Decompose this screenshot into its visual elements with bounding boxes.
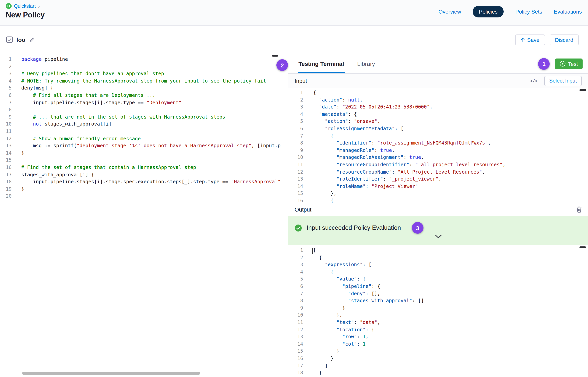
page-header: Quickstart › New Policy Overview Policie… xyxy=(0,0,588,25)
output-editor-wrap: 12345678910111213141516171819 [ { "expre… xyxy=(288,245,588,377)
nav-evaluations[interactable]: Evaluations xyxy=(554,9,582,15)
input-editor-line-numbers: 12345678910111213141516 xyxy=(288,89,303,203)
output-editor-line-numbers: 12345678910111213141516171819 xyxy=(288,247,303,377)
input-json-editor[interactable]: 12345678910111213141516 { "action": null… xyxy=(288,88,588,203)
top-navigation: Overview Policies Policy Sets Evaluation… xyxy=(439,6,582,17)
editor-scroll-marker[interactable] xyxy=(272,55,278,57)
harness-logo-icon xyxy=(6,3,11,9)
test-button-label: Test xyxy=(568,61,578,67)
play-circle-icon xyxy=(560,61,566,67)
test-button[interactable]: Test xyxy=(555,58,583,69)
text-cursor xyxy=(312,248,313,254)
policy-editor-pane: 1234567891011121314151617181920 package … xyxy=(0,54,288,377)
main-content: 1234567891011121314151617181920 package … xyxy=(0,54,588,377)
horizontal-scrollbar[interactable] xyxy=(22,372,200,375)
output-scroll-marker[interactable] xyxy=(579,247,586,248)
output-section-header: Output xyxy=(288,203,588,216)
input-section-title: Input xyxy=(294,78,307,84)
edit-pencil-icon[interactable] xyxy=(29,37,35,42)
annotation-badge-3: 3 xyxy=(412,222,423,234)
code-view-icon[interactable]: </> xyxy=(530,78,537,83)
arrow-up-icon xyxy=(520,37,525,42)
input-scroll-marker[interactable] xyxy=(579,89,586,91)
output-editor-code[interactable]: [ { "expressions": [ { "value": { "pipel… xyxy=(303,247,588,377)
success-check-icon xyxy=(294,224,302,232)
input-editor-wrap: 12345678910111213141516 { "action": null… xyxy=(288,88,588,203)
trash-icon[interactable] xyxy=(577,206,582,212)
input-section-header: Input </> Select Input xyxy=(288,74,588,88)
output-section-title: Output xyxy=(294,206,311,212)
nav-policy-sets[interactable]: Policy Sets xyxy=(515,9,542,15)
panel-tab-bar: Testing Terminal Library 1 Test xyxy=(288,54,588,74)
breadcrumb-project-link[interactable]: Quickstart xyxy=(14,3,36,9)
testing-panel: 2 Testing Terminal Library 1 Test Input xyxy=(288,54,588,377)
policy-editor-line-numbers: 1234567891011121314151617181920 xyxy=(0,56,11,200)
nav-policies-active[interactable]: Policies xyxy=(473,6,504,17)
policy-checkbox-icon xyxy=(6,36,13,43)
nav-overview[interactable]: Overview xyxy=(439,9,461,15)
policy-toolbar: foo Save Discard xyxy=(0,25,588,54)
policy-code-editor[interactable]: 1234567891011121314151617181920 package … xyxy=(0,54,288,377)
discard-button[interactable]: Discard xyxy=(550,34,579,45)
discard-button-label: Discard xyxy=(555,37,573,43)
annotation-badge-2: 2 xyxy=(276,59,288,71)
annotation-badge-1: 1 xyxy=(538,58,550,70)
output-json-editor[interactable]: 12345678910111213141516171819 [ { "expre… xyxy=(288,245,588,377)
policy-name: foo xyxy=(16,36,25,43)
save-button-label: Save xyxy=(527,37,539,43)
input-editor-code[interactable]: { "action": null, "date": "2022-05-05T20… xyxy=(303,89,588,203)
success-message: Input succeeded Policy Evaluation xyxy=(306,224,401,231)
select-input-button[interactable]: Select Input xyxy=(544,76,582,86)
tab-testing-terminal[interactable]: Testing Terminal xyxy=(298,54,345,73)
chevron-right-icon: › xyxy=(38,3,40,9)
policy-editor-code[interactable]: package pipeline # Deny pipelines that d… xyxy=(11,56,288,200)
tab-library[interactable]: Library xyxy=(357,54,376,73)
chevron-down-icon[interactable] xyxy=(435,235,441,239)
evaluation-success-banner: Input succeeded Policy Evaluation 3 xyxy=(288,216,588,245)
save-button[interactable]: Save xyxy=(515,34,545,45)
